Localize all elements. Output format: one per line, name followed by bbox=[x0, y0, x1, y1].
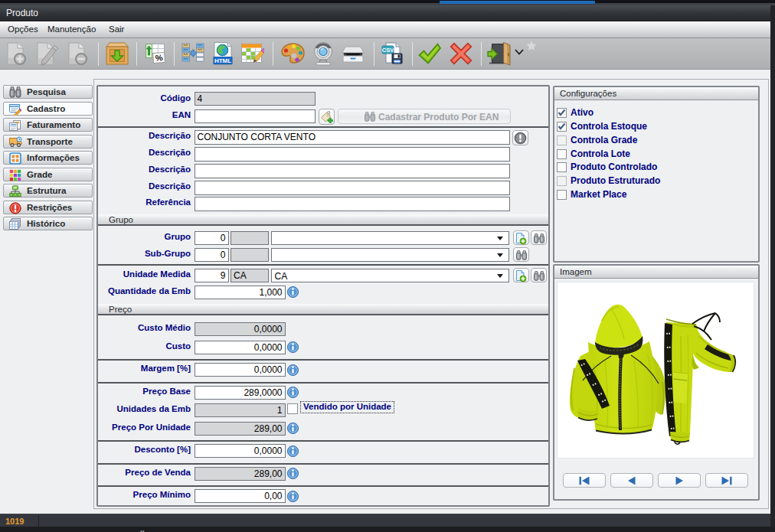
svg-text:HTML: HTML bbox=[214, 57, 231, 64]
svg-text:%: % bbox=[155, 53, 163, 63]
svg-text:CSV: CSV bbox=[382, 47, 394, 54]
